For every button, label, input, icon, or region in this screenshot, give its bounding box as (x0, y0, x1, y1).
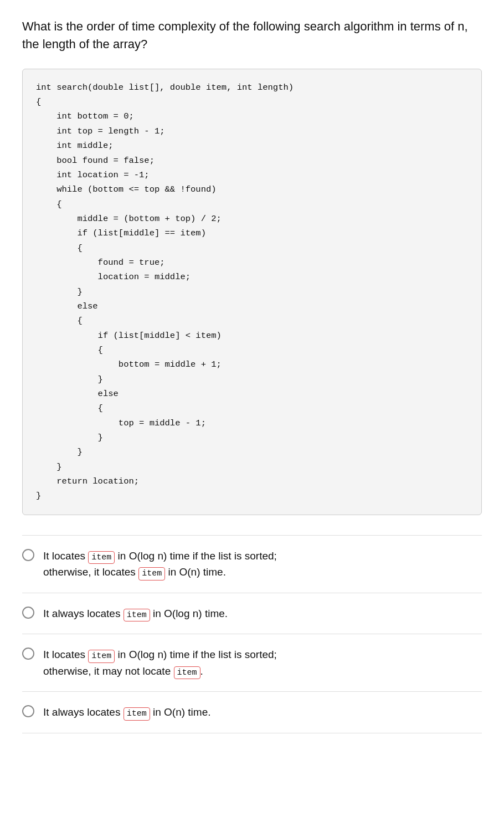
option-a-row: It locates item in O(log n) time if the … (22, 535, 482, 593)
option-c-tag1: item (88, 650, 115, 663)
option-b-tag1: item (124, 609, 150, 622)
option-d-tag1: item (124, 707, 150, 721)
option-a-tag1: item (88, 551, 115, 564)
option-c-row: It locates item in O(log n) time if the … (22, 634, 482, 691)
option-d-radio[interactable] (22, 705, 34, 717)
option-b-row: It always locates item in O(log n) time. (22, 593, 482, 634)
option-c-tag2: item (174, 666, 200, 680)
option-d-row: It always locates item in O(n) time. (22, 691, 482, 733)
option-c-text: It locates item in O(log n) time if the … (43, 646, 277, 679)
option-a-radio[interactable] (22, 549, 34, 561)
option-a-text: It locates item in O(log n) time if the … (43, 548, 277, 580)
question-text: What is the order of time complexity of … (22, 18, 482, 53)
option-b-text: It always locates item in O(log n) time. (43, 605, 228, 622)
code-block: int search(double list[], double item, i… (22, 69, 482, 515)
option-b-radio[interactable] (22, 607, 34, 619)
options-container: It locates item in O(log n) time if the … (22, 535, 482, 733)
option-d-text: It always locates item in O(n) time. (43, 704, 211, 721)
option-c-radio[interactable] (22, 648, 34, 660)
option-a-tag2: item (138, 567, 165, 580)
